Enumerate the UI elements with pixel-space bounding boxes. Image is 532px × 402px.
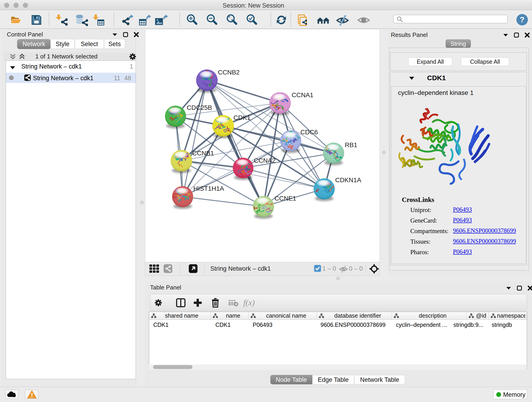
svg-text:CDK1: CDK1 <box>234 114 251 121</box>
svg-text:RB1: RB1 <box>345 141 357 148</box>
svg-text:CDKN1A: CDKN1A <box>335 177 361 184</box>
svg-text:CCNE1: CCNE1 <box>274 195 296 202</box>
svg-text:CCNA2: CCNA2 <box>254 157 276 164</box>
svg-text:CDC25B: CDC25B <box>187 104 212 111</box>
svg-text:?: ? <box>520 15 525 24</box>
svg-text:CCNA1: CCNA1 <box>292 91 313 99</box>
svg-text:HIST1H1A: HIST1H1A <box>193 185 224 192</box>
svg-text:CCNB1: CCNB1 <box>192 150 214 157</box>
svg-text:CCNB2: CCNB2 <box>218 69 240 76</box>
svg-text:CDC6: CDC6 <box>300 128 318 136</box>
